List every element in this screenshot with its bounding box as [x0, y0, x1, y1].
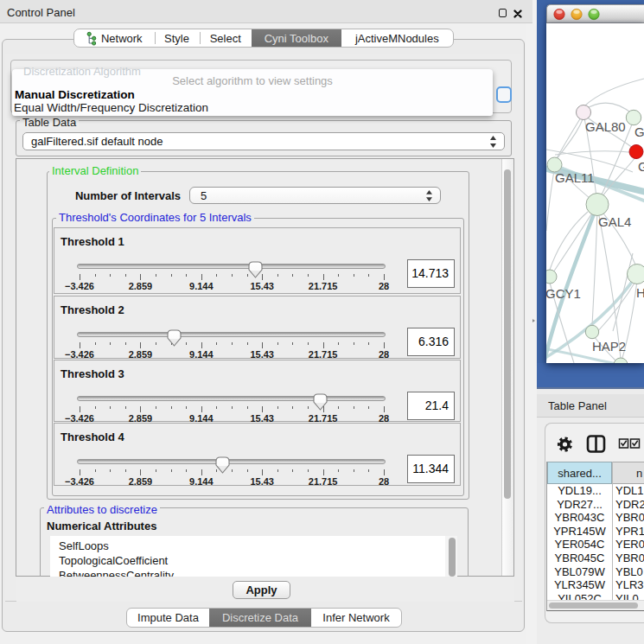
svg-text:G: G	[638, 159, 644, 174]
svg-text:GCY1: GCY1	[546, 286, 581, 301]
svg-text:GAL80: GAL80	[585, 119, 626, 134]
svg-text:GAL11: GAL11	[555, 170, 595, 185]
svg-text:GAL4: GAL4	[598, 214, 631, 229]
svg-text:HAP2: HAP2	[592, 339, 626, 354]
svg-text:GA: GA	[634, 124, 644, 139]
svg-text:H: H	[636, 285, 644, 300]
